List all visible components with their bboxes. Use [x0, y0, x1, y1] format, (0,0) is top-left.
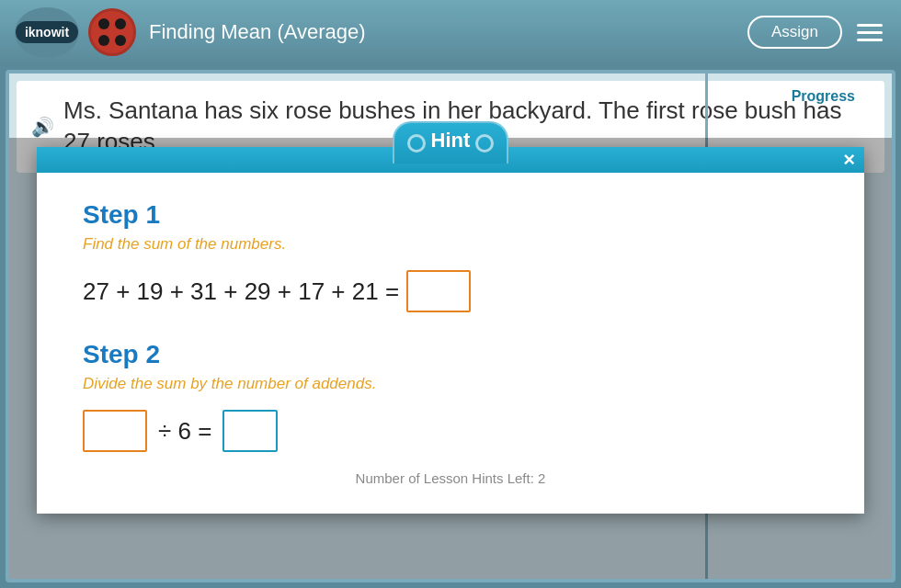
close-button[interactable]: ×	[843, 150, 855, 170]
step2-divisor-text: ÷ 6 =	[158, 417, 211, 446]
logo-container: iknowit	[15, 7, 79, 58]
step2-title: Step 2	[83, 340, 818, 369]
background-content: 🔊 Ms. Santana has six rose bushes in her…	[6, 70, 895, 582]
step1-title: Step 1	[83, 200, 818, 230]
speaker-icon: 🔊	[31, 116, 54, 138]
step2-answer-box[interactable]	[222, 410, 278, 452]
modal-overlay: Hint × Step 1 Find the sum of the number…	[9, 138, 892, 579]
film-dot	[98, 35, 109, 46]
app-header: iknowit Finding Mean (Average) Assign	[0, 0, 901, 64]
step1-equation-text: 27 + 19 + 31 + 29 + 17 + 21 =	[83, 277, 399, 306]
progress-label: Progress	[792, 88, 855, 105]
hints-left-label: Number of Lesson Hints Left: 2	[83, 470, 818, 495]
film-dot	[98, 18, 109, 29]
step2-sum-box[interactable]	[83, 410, 147, 452]
step2-description: Divide the sum by the number of addends.	[83, 375, 818, 393]
hint-tab-wrapper: Hint	[359, 121, 542, 164]
hamburger-line	[857, 24, 883, 27]
assign-button[interactable]: Assign	[747, 16, 842, 49]
modal-body: Step 1 Find the sum of the numbers. 27 +…	[37, 173, 864, 514]
hint-tab: Hint	[393, 121, 509, 164]
hamburger-line	[857, 31, 883, 34]
lesson-title: Finding Mean (Average)	[149, 20, 366, 44]
film-dots	[98, 18, 126, 46]
logo-text: iknowit	[16, 21, 78, 43]
step2-equation: ÷ 6 =	[83, 410, 818, 452]
step1-description: Find the sum of the numbers.	[83, 235, 818, 254]
hint-modal: Hint × Step 1 Find the sum of the number…	[37, 147, 864, 514]
step1-equation: 27 + 19 + 31 + 29 + 17 + 21 =	[83, 270, 818, 312]
film-reel-icon	[88, 8, 136, 56]
film-dot	[115, 35, 126, 46]
menu-button[interactable]	[853, 20, 886, 45]
header-actions: Assign	[747, 16, 886, 49]
hamburger-line	[857, 39, 883, 41]
step1-answer-box[interactable]	[406, 270, 471, 312]
film-dot	[115, 18, 126, 29]
